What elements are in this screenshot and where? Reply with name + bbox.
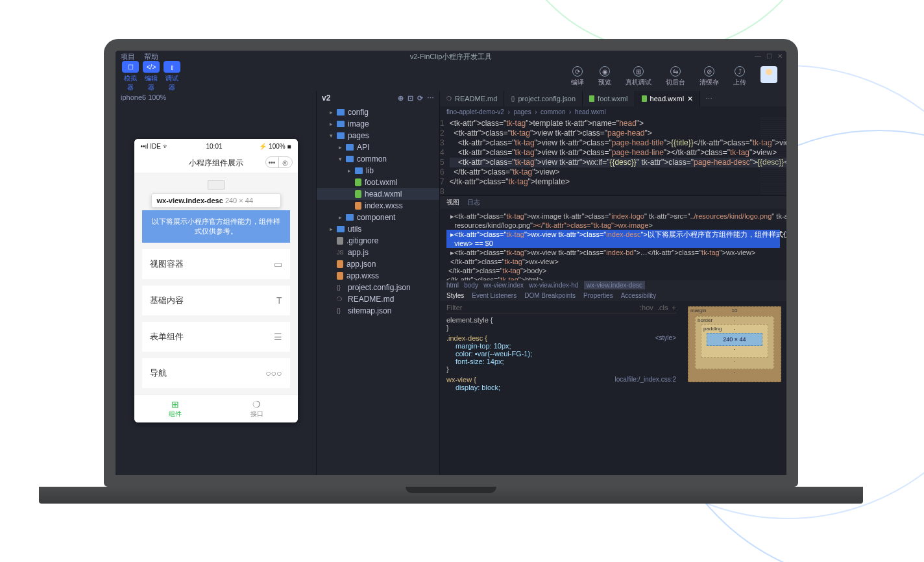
- cls-toggle[interactable]: .cls: [657, 304, 668, 312]
- css-property[interactable]: margin-top: 10px;: [446, 342, 676, 350]
- add-rule-button[interactable]: +: [672, 304, 676, 312]
- css-source-link[interactable]: <style>: [655, 334, 676, 341]
- crumb-item[interactable]: wx-view.index: [483, 282, 524, 289]
- tabbar-item[interactable]: ⊞组件: [134, 395, 216, 422]
- tab-overflow-button[interactable]: ⋯: [700, 91, 718, 106]
- menu-item[interactable]: 导航○○○: [142, 358, 290, 388]
- styles-tab[interactable]: Properties: [583, 292, 613, 299]
- dom-tree[interactable]: ▸<tk-attr">class="tk-tag">wx-image tk-at…: [440, 209, 786, 280]
- device-label[interactable]: iphone6 100%: [116, 91, 316, 104]
- minimize-button[interactable]: —: [755, 53, 761, 60]
- crumb-item[interactable]: wx-view.index-hd: [529, 282, 578, 289]
- toolbar-button-真机调试[interactable]: ⊞真机调试: [626, 66, 651, 87]
- file-node[interactable]: head.wxml: [317, 188, 439, 200]
- editor-panel: ❍README.md{}project.config.jsonfoot.wxml…: [440, 91, 786, 475]
- dom-breadcrumb[interactable]: html body wx-view.index wx-view.index-hd…: [440, 280, 786, 290]
- tabbar-item[interactable]: ❍接口: [216, 395, 298, 422]
- maximize-button[interactable]: ☐: [766, 53, 772, 60]
- styles-tab[interactable]: Accessibility: [621, 292, 656, 299]
- devtools-tab[interactable]: 视图: [446, 198, 459, 207]
- toolbar-button-编译[interactable]: ⟳编译: [571, 66, 584, 87]
- editor-tab[interactable]: foot.wxml: [583, 91, 635, 106]
- file-node[interactable]: ❍README.md: [317, 293, 439, 305]
- hov-toggle[interactable]: :hov: [640, 304, 653, 312]
- folder-node[interactable]: ▾pages: [317, 130, 439, 141]
- styles-tab[interactable]: Event Listeners: [472, 292, 517, 299]
- tree-action-button[interactable]: ⊕: [398, 94, 404, 103]
- menu-item[interactable]: 表单组件☰: [142, 322, 290, 352]
- editor-tab[interactable]: head.wxml✕: [635, 91, 701, 106]
- file-node[interactable]: index.wxss: [317, 200, 439, 212]
- dom-node[interactable]: ▸<tk-attr">class="tk-tag">wx-view tk-att…: [446, 248, 780, 257]
- folder-node[interactable]: ▸lib: [317, 165, 439, 177]
- element-style[interactable]: element.style {: [446, 316, 676, 324]
- project-root[interactable]: v2: [322, 93, 330, 103]
- file-node[interactable]: {}project.config.json: [317, 282, 439, 293]
- crumb-item[interactable]: body: [464, 282, 478, 289]
- css-property[interactable]: color: ▪var(--weui-FG-1);: [446, 350, 676, 358]
- folder-node[interactable]: ▸API: [317, 141, 439, 153]
- minimap[interactable]: [760, 117, 786, 195]
- mode-debugger-button[interactable]: ⫿: [164, 61, 180, 73]
- dom-node[interactable]: view> == $0: [446, 239, 780, 248]
- styles-tab[interactable]: Styles: [446, 292, 464, 299]
- file-node[interactable]: app.json: [317, 258, 439, 270]
- tree-action-button[interactable]: ⋯: [427, 94, 434, 103]
- capsule-close-icon[interactable]: ◎: [279, 157, 292, 167]
- styles-pane[interactable]: Filter :hov .cls + element.style {: [440, 301, 683, 475]
- menu-item[interactable]: 基础内容T: [142, 286, 290, 315]
- file-node[interactable]: {}sitemap.json: [317, 305, 439, 317]
- capsule-menu-icon[interactable]: •••: [266, 157, 279, 167]
- css-source-link[interactable]: localfile:/_index.css:2: [615, 376, 677, 383]
- menu-project[interactable]: 项目: [121, 52, 135, 62]
- capsule[interactable]: ••• ◎: [265, 156, 293, 168]
- avatar[interactable]: [760, 66, 777, 83]
- tab-close-icon[interactable]: ✕: [687, 95, 693, 103]
- editor-tab[interactable]: ❍README.md: [440, 91, 504, 106]
- breadcrumb[interactable]: fino-applet-demo-v2 › pages › common › h…: [440, 106, 786, 117]
- dom-node[interactable]: resources/kind/logo.png"></"tk-attr">cla…: [446, 221, 780, 230]
- toolbar-button-上传[interactable]: ⤴上传: [733, 66, 746, 87]
- dom-node[interactable]: </tk-attr">class="tk-tag">html>: [446, 275, 780, 280]
- folder-node[interactable]: ▸component: [317, 212, 439, 223]
- node-label: foot.wxml: [365, 178, 398, 187]
- crumb-item[interactable]: wx-view.index-desc: [584, 281, 645, 289]
- styles-filter[interactable]: Filter: [446, 304, 462, 312]
- box-model[interactable]: margin 10 border - padding - 240 × 4: [683, 301, 786, 475]
- mode-simulator-button[interactable]: ☐: [122, 61, 139, 73]
- folder-node[interactable]: ▸image: [317, 118, 439, 130]
- dom-node[interactable]: ▸<tk-attr">class="tk-tag">wx-view tk-att…: [446, 230, 780, 239]
- menu-item[interactable]: 视图容器▭: [142, 249, 290, 279]
- menu-item-label: 视图容器: [150, 258, 184, 270]
- file-node[interactable]: .gitignore: [317, 235, 439, 247]
- menu-help[interactable]: 帮助: [144, 52, 158, 62]
- dom-node[interactable]: ▸<tk-attr">class="tk-tag">wx-image tk-at…: [446, 212, 780, 221]
- toolbar-button-切后台[interactable]: ⇆切后台: [666, 66, 685, 87]
- toolbar-button-清缓存[interactable]: ⊘清缓存: [699, 66, 719, 87]
- crumb-item[interactable]: html: [446, 282, 459, 289]
- tree-action-button[interactable]: ⟳: [417, 94, 423, 103]
- folder-node[interactable]: ▸utils: [317, 223, 439, 235]
- file-node[interactable]: JSapp.js: [317, 247, 439, 258]
- css-property[interactable]: display: block;: [446, 384, 676, 391]
- styles-tab[interactable]: DOM Breakpoints: [524, 292, 576, 299]
- node-label: component: [357, 213, 395, 222]
- mode-editor-label: 编辑器: [143, 74, 160, 92]
- folder-node[interactable]: ▾common: [317, 153, 439, 165]
- css-selector[interactable]: .index-desc {: [446, 334, 676, 342]
- code-editor[interactable]: 12345678 <tk-attr">class="tk-tag">templa…: [440, 117, 786, 195]
- css-property[interactable]: font-size: 14px;: [446, 358, 676, 365]
- tree-action-button[interactable]: ⊡: [407, 94, 413, 103]
- file-node[interactable]: foot.wxml: [317, 177, 439, 188]
- editor-tab[interactable]: {}project.config.json: [504, 91, 583, 106]
- mode-editor-button[interactable]: </>: [143, 61, 160, 73]
- devtools-tab[interactable]: 日志: [467, 198, 480, 207]
- node-label: README.md: [348, 295, 394, 304]
- dom-node[interactable]: </tk-attr">class="tk-tag">wx-view>: [446, 257, 780, 266]
- folder-node[interactable]: ▸config: [317, 106, 439, 118]
- dom-node[interactable]: </tk-attr">class="tk-tag">body>: [446, 266, 780, 275]
- highlighted-element[interactable]: 以下将展示小程序官方组件能力，组件样式仅供参考。: [142, 210, 290, 243]
- close-button[interactable]: ✕: [777, 53, 783, 60]
- toolbar-button-预览[interactable]: ◉预览: [598, 66, 611, 87]
- file-node[interactable]: app.wxss: [317, 270, 439, 282]
